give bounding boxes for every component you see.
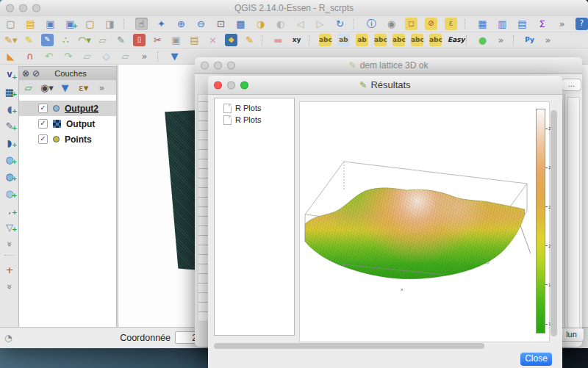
help-button[interactable]: ? (576, 18, 588, 30)
run-feature-action-button[interactable]: ◉ (385, 18, 398, 30)
vertical-scrollbar[interactable] (551, 110, 557, 336)
snapping-options-button[interactable]: ∩ (24, 50, 36, 62)
horizontal-scrollbar[interactable] (214, 343, 484, 349)
attribute-table-button[interactable]: ▦ (476, 18, 489, 30)
layer-row[interactable]: ✓Points (19, 131, 116, 147)
sum-statistics-button[interactable]: Σ (536, 18, 548, 30)
layer-label[interactable]: Output (66, 119, 95, 129)
add-feature-button[interactable]: ∴ (60, 34, 72, 46)
pan-map-button[interactable]: ☝ (135, 18, 148, 30)
layer-visibility-checkbox[interactable]: ✓ (38, 104, 48, 113)
deselect-features-button[interactable]: ⊘ (425, 18, 437, 30)
close-window-button[interactable] (6, 4, 14, 12)
easy-custom-labeling-button[interactable]: Easy (448, 34, 460, 46)
layer-visibility-checkbox[interactable]: ✓ (38, 119, 48, 129)
browse-button[interactable]: … (562, 79, 581, 91)
filter-legend-button[interactable]: ▼ (59, 82, 71, 94)
filter-by-expression-button[interactable]: ε▾ (77, 82, 90, 94)
panel-overflow-button[interactable]: » (96, 82, 108, 94)
copy-features-button[interactable]: ▣ (170, 34, 182, 46)
move-feature-button[interactable]: ▱ (96, 34, 109, 46)
zoom-to-layer-button[interactable]: ◑ (254, 18, 267, 30)
select-by-expression-button[interactable]: ε (445, 18, 457, 30)
xy-tool-button[interactable]: xy (290, 34, 303, 46)
panel-detach-icon[interactable]: ⊘ (32, 69, 40, 78)
manage-visibility-button[interactable]: ◉▾ (40, 82, 53, 94)
add-raster-layer-button[interactable]: ▦ (4, 86, 16, 98)
cut-features-button[interactable]: ✂ (151, 34, 164, 46)
layer-label[interactable]: Output2 (65, 104, 98, 114)
field-calculator-button[interactable]: ▥ (496, 18, 509, 30)
add-wms-layer-button[interactable]: ◍ (4, 154, 16, 166)
label-toolbar-button[interactable]: abc (319, 34, 331, 46)
delete-selected-button[interactable]: ▯ (133, 34, 146, 46)
eraser-tool-button[interactable]: ▬ (272, 34, 284, 46)
redo-button[interactable]: ↷ (62, 50, 74, 62)
save-layer-edits-button[interactable]: ✎ (41, 34, 54, 46)
zoom-in-button[interactable]: ⊕ (175, 18, 187, 30)
map-refresh-button[interactable]: ↻ (334, 18, 346, 30)
toggle-editing-button[interactable]: ✎ (23, 34, 35, 46)
layer-visibility-checkbox[interactable]: ✓ (38, 134, 48, 144)
close-window-button[interactable] (201, 62, 209, 70)
zoom-next-button[interactable]: ▷ (314, 18, 326, 30)
new-composer-button[interactable]: ▢ (84, 18, 96, 30)
toolbar-overflow-button[interactable]: » (542, 34, 554, 46)
zoom-full-button[interactable]: ▩ (234, 18, 247, 30)
undo-button[interactable]: ↶ (43, 50, 55, 62)
qgis-titlebar[interactable]: QGIS 2.14.0-Essen - R_scrpts (0, 0, 588, 17)
layer-row[interactable]: ✓Output2 (19, 101, 116, 116)
minimize-window-button[interactable] (214, 62, 222, 70)
add-wcs-layer-button[interactable]: ◍ (4, 170, 16, 183)
zoom-window-button[interactable] (32, 4, 40, 12)
current-edits-button[interactable]: ✎▾ (4, 34, 17, 46)
composer-manager-button[interactable]: ◨ (104, 18, 116, 30)
rotate-feature-button[interactable]: ✎ (243, 34, 256, 46)
r-plot-list-item[interactable]: R Plots (215, 102, 294, 114)
label-highlight-button[interactable]: ab (356, 34, 368, 46)
plugin-bee-button[interactable]: ◆ (225, 34, 237, 46)
toolbar-overflow-button[interactable]: » (495, 34, 507, 46)
panel-close-icon[interactable]: ⊗ (22, 69, 29, 78)
zoom-window-button[interactable] (227, 62, 235, 70)
new-shapefile-layer-button[interactable]: ▽ (4, 221, 16, 234)
r-plot-list-item[interactable]: R Plots (215, 114, 294, 126)
add-circular-string-button[interactable]: ◠▾ (78, 34, 90, 46)
project-save-as-button[interactable]: ▣ (64, 18, 76, 30)
simplify-feature-button[interactable]: ◇ (100, 50, 112, 62)
label-rotate-button[interactable]: abc (411, 34, 423, 46)
paste-features-button[interactable]: ▤ (188, 34, 201, 46)
toolbar-overflow-button[interactable]: » (138, 50, 151, 62)
layer-label[interactable]: Points (65, 134, 92, 145)
zoom-to-selection-button[interactable]: ◐ (274, 18, 287, 30)
identify-features-button[interactable]: ⓘ (365, 18, 378, 30)
node-tool-button[interactable]: ✎ (115, 34, 127, 46)
add-wfs-layer-button[interactable]: ◍ (4, 187, 16, 200)
add-vector-layer-button[interactable]: V (4, 69, 16, 82)
statistical-summary-button[interactable]: ▤ (516, 18, 528, 30)
label-pin-button[interactable]: ab (337, 34, 350, 46)
zoom-last-button[interactable]: ◁ (294, 18, 306, 30)
reshape-features-button[interactable]: × (207, 34, 219, 46)
close-button[interactable]: Close (520, 353, 552, 366)
split-features-button[interactable]: ▱ (119, 50, 132, 62)
zoom-out-button[interactable]: ⊖ (195, 18, 207, 30)
project-save-button[interactable]: ▣ (44, 18, 57, 30)
python-console-button[interactable]: Py (523, 34, 536, 46)
add-postgis-layer-button[interactable]: ◖ (4, 103, 16, 115)
folder-open-button[interactable]: ▤ (24, 18, 37, 30)
zoom-window-button[interactable] (240, 81, 248, 89)
left-toolbar-overflow-button[interactable]: » (4, 281, 16, 293)
close-window-button[interactable] (214, 81, 222, 89)
label-show-hide-button[interactable]: abc (374, 34, 387, 46)
dem-window-titlebar[interactable]: ✎ dem lattice 3D ok (195, 57, 582, 74)
add-mssql-layer-button[interactable]: ◗ (4, 137, 16, 149)
toolbar-overflow-button[interactable]: » (556, 18, 568, 30)
results-titlebar[interactable]: ✎ Résultats (208, 76, 562, 95)
select-features-button[interactable]: ◻ (405, 18, 417, 30)
coordinate-capture-button[interactable]: + (4, 264, 16, 276)
add-spatialite-layer-button[interactable]: ✎ (4, 120, 16, 132)
add-group-button[interactable]: ▱ (22, 82, 35, 94)
zoom-native-button[interactable]: ⊡ (215, 18, 227, 30)
file-new-button[interactable]: ▢ (4, 18, 17, 30)
